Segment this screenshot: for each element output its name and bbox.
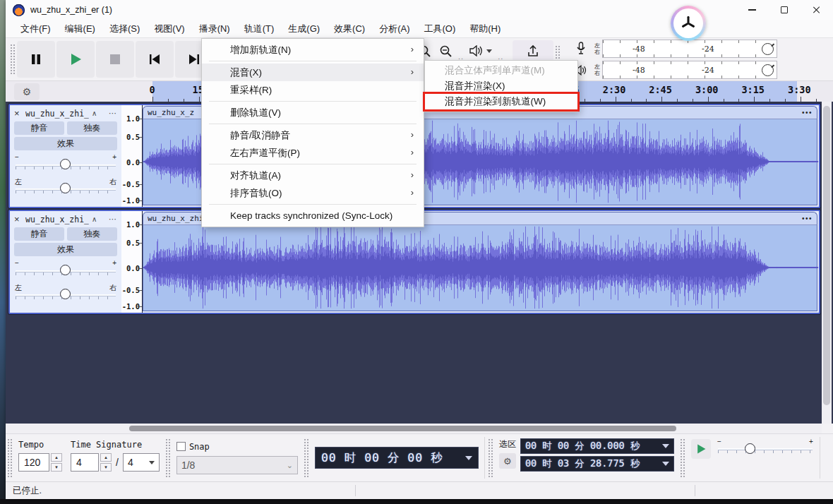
share-audio-button[interactable] xyxy=(513,40,553,61)
gain-slider[interactable]: −+ xyxy=(14,262,117,280)
stop-button[interactable] xyxy=(96,41,134,78)
screen-recorder-logo-icon[interactable] xyxy=(671,6,706,41)
gain-slider-thumb[interactable] xyxy=(60,159,71,169)
effects-button[interactable]: 效果 xyxy=(14,137,117,150)
meter-channel-labels: 左右 xyxy=(594,64,600,76)
close-button[interactable] xyxy=(801,0,833,20)
tempo-input[interactable]: 120 xyxy=(18,453,49,472)
record-meter-bar[interactable]: -48 -24 xyxy=(602,40,777,58)
mute-button[interactable]: 静音 xyxy=(14,121,64,135)
menubar-item[interactable]: 文件(F) xyxy=(14,20,57,37)
time-signature-upper-input[interactable]: 4 xyxy=(71,453,99,472)
vertical-scale-ruler[interactable]: 1.0 0.5 0.0 -0.5 -1.0 xyxy=(121,105,143,207)
track-close-icon[interactable]: × xyxy=(14,214,23,224)
minimize-button[interactable] xyxy=(736,0,768,20)
menubar-item[interactable]: 播录(N) xyxy=(193,20,236,37)
clip-menu-icon[interactable]: ••• xyxy=(802,215,813,222)
horizontal-scrollbar[interactable] xyxy=(6,424,822,433)
menubar-item[interactable]: 视图(V) xyxy=(148,20,191,37)
track-name[interactable]: wu_zhu_x_zhi_ xyxy=(25,215,89,224)
selection-options-button[interactable]: ⚙ xyxy=(499,453,516,469)
menubar-item[interactable]: 帮助(H) xyxy=(463,20,507,37)
stop-icon xyxy=(109,54,121,65)
pause-icon xyxy=(30,53,42,66)
pan-slider[interactable]: 左右 xyxy=(14,286,117,304)
menubar-item[interactable]: 效果(C) xyxy=(328,20,371,37)
solo-button[interactable]: 独奏 xyxy=(67,121,117,135)
time-signature-lower-select[interactable]: 4 xyxy=(123,453,160,472)
clip-menu-icon[interactable]: ••• xyxy=(802,109,813,116)
tempo-up-button[interactable]: ▲ xyxy=(51,453,62,462)
play-at-speed-button[interactable] xyxy=(691,439,711,459)
selection-end-field[interactable]: 00 时 03 分 28.775 秒 xyxy=(520,456,674,472)
menu-item[interactable]: 删除轨道(V) xyxy=(202,104,424,121)
tempo-group: Tempo 120 ▲ ▼ xyxy=(14,434,66,481)
playback-speed-slider[interactable]: −+ xyxy=(717,439,814,457)
menubar-item[interactable]: 编辑(E) xyxy=(59,20,102,37)
scale-tick xyxy=(139,119,142,119)
menu-item[interactable]: 排序音轨(O)› xyxy=(202,184,424,202)
menu-item[interactable]: 对齐轨道(A)› xyxy=(202,167,424,184)
menu-item[interactable]: 混音(X)› xyxy=(202,64,424,81)
submenu-chevron-icon: › xyxy=(411,169,414,180)
zoom-toggle-button[interactable] xyxy=(435,41,456,61)
waveform[interactable] xyxy=(143,225,817,311)
selection-start-field[interactable]: 00 时 00 分 00.000 秒 xyxy=(520,438,674,454)
solo-button[interactable]: 独奏 xyxy=(67,227,117,241)
vertical-scrollbar[interactable] xyxy=(822,102,832,424)
scale-tick xyxy=(139,200,142,201)
menu-item[interactable]: 左右声道平衡(P)› xyxy=(202,144,424,162)
effects-button[interactable]: 效果 xyxy=(14,243,117,256)
toolbar-grip[interactable] xyxy=(488,438,493,477)
pause-button[interactable] xyxy=(17,41,55,78)
menu-item[interactable]: 增加新轨道(N)› xyxy=(202,41,424,59)
ts-down-button[interactable]: ▼ xyxy=(100,463,112,472)
pan-slider-thumb[interactable] xyxy=(60,183,71,193)
skip-to-start-button[interactable] xyxy=(136,41,174,78)
vertical-scale-ruler[interactable]: 1.0 0.5 0.0 -0.5 -1.0 xyxy=(121,211,143,313)
menubar-item[interactable]: 生成(G) xyxy=(282,20,326,37)
menubar-item[interactable]: 工具(O) xyxy=(417,20,462,37)
track-close-icon[interactable]: × xyxy=(14,108,23,119)
snap-interval-select[interactable]: 1/8⌄ xyxy=(176,456,298,474)
track-collapse-icon[interactable]: ∧ xyxy=(92,215,97,223)
playback-meter[interactable]: 左右 -48 -24 xyxy=(570,60,777,80)
toolbar-grip[interactable] xyxy=(7,438,13,477)
menu-item-annotated[interactable]: 混音并渲染到新轨道(W) xyxy=(425,94,577,109)
menu-item[interactable]: Keep tracks synchronized (Sync-Lock) xyxy=(202,207,424,224)
maximize-button[interactable] xyxy=(768,0,801,20)
playback-volume-button[interactable] xyxy=(466,41,496,61)
toolbar-grip[interactable] xyxy=(304,438,309,477)
menu-item[interactable]: 混音并渲染(X) xyxy=(425,78,577,94)
mute-button[interactable]: 静音 xyxy=(14,227,64,241)
menu-item[interactable]: 静音/取消静音› xyxy=(202,126,424,144)
snap-checkbox[interactable] xyxy=(176,442,186,451)
track-menu-icon[interactable]: ⋯ xyxy=(109,109,117,118)
tempo-down-button[interactable]: ▼ xyxy=(51,463,62,472)
pan-slider[interactable]: 左右 xyxy=(14,180,117,198)
audacity-window: wu_zhu_x_zhi_er (1) 文件(F)编辑(E)选择(S)视图(V)… xyxy=(6,0,833,499)
transport-toolbar xyxy=(8,40,215,79)
toolbar-grip[interactable] xyxy=(165,438,171,477)
toolbar-grip[interactable] xyxy=(10,44,16,75)
track-collapse-icon[interactable]: ∧ xyxy=(92,109,97,117)
track-menu-icon[interactable]: ⋯ xyxy=(109,215,117,224)
menubar-item[interactable]: 选择(S) xyxy=(103,20,146,37)
menubar-item[interactable]: 轨道(T) xyxy=(238,20,281,37)
timeline-options-button[interactable]: ⚙ xyxy=(14,83,40,100)
ruler-time-label: 2:30 xyxy=(603,84,626,95)
toolbar-grip[interactable] xyxy=(680,438,685,477)
menu-separator xyxy=(209,164,416,164)
menubar-item[interactable]: 分析(A) xyxy=(373,20,416,37)
gain-slider-thumb[interactable] xyxy=(60,265,71,275)
audio-position-display[interactable]: 00 时 00 分 00 秒 xyxy=(315,447,479,469)
play-button[interactable] xyxy=(56,41,95,78)
pan-slider-thumb[interactable] xyxy=(60,289,71,299)
gain-slider[interactable]: −+ xyxy=(14,156,117,174)
playback-meter-bar[interactable]: -48 -24 xyxy=(602,61,777,79)
menu-item[interactable]: 重采样(R) xyxy=(202,81,424,99)
record-meter[interactable]: 左右 -48 -24 xyxy=(570,39,777,59)
ts-up-button[interactable]: ▲ xyxy=(100,453,112,462)
track-control-panel: × wu_zhu_x_zhi_ ∧ ⋯ 静音 独奏 效果 −+ xyxy=(10,105,121,207)
track-name[interactable]: wu_zhu_x_zhi_ xyxy=(25,109,89,119)
